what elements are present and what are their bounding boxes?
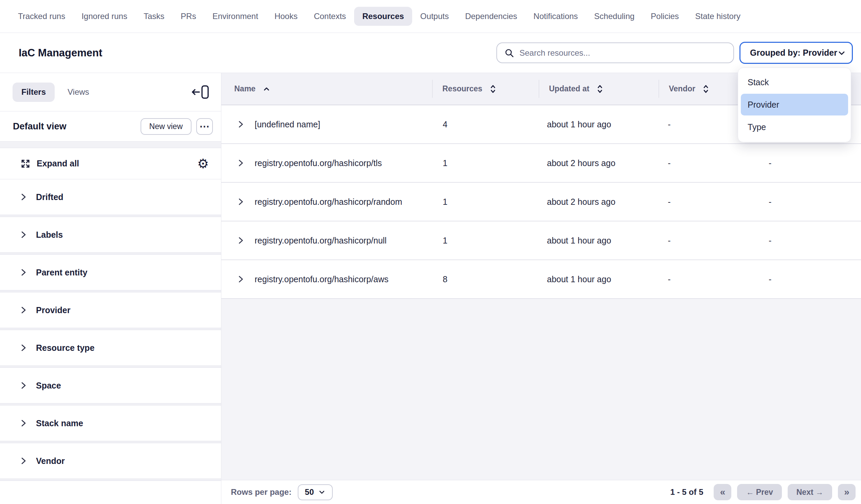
- group-by-menu-item[interactable]: Type: [741, 116, 848, 138]
- column-header-resources[interactable]: Resources: [432, 73, 539, 105]
- column-label: Name: [234, 84, 256, 93]
- sidebar-spacer: [0, 141, 221, 148]
- rows-per-page-label: Rows per page:: [231, 487, 292, 497]
- collapse-panel-icon: [190, 84, 210, 100]
- sort-both-icon: [597, 84, 603, 94]
- filter-section[interactable]: Vendor: [0, 443, 221, 479]
- row-expand-chevron-icon[interactable]: [237, 236, 244, 245]
- filter-section-label: Resource type: [36, 343, 94, 353]
- section-gap: [0, 479, 221, 481]
- search-box[interactable]: [496, 42, 734, 63]
- settings-gear-button[interactable]: ⚙: [197, 157, 209, 170]
- chevron-right-icon: [20, 381, 27, 390]
- prev-page-button[interactable]: ← Prev: [737, 484, 781, 500]
- nav-tab[interactable]: Resources: [354, 7, 412, 26]
- row-updated-at: about 2 hours ago: [539, 158, 659, 168]
- sort-both-icon: [703, 84, 709, 94]
- search-icon: [505, 48, 514, 58]
- row-updated-at: about 1 hour ago: [539, 274, 659, 284]
- nav-tab[interactable]: Outputs: [412, 7, 457, 26]
- group-by-menu: StackProviderType: [738, 68, 851, 142]
- column-header-name[interactable]: Name: [221, 73, 432, 105]
- row-expand-chevron-icon[interactable]: [237, 120, 244, 129]
- row-expand-chevron-icon[interactable]: [237, 275, 244, 284]
- column-label: Vendor: [669, 84, 695, 93]
- row-extra: -: [766, 274, 861, 284]
- nav-tab[interactable]: Tracked runs: [10, 7, 73, 26]
- filter-section[interactable]: Resource type: [0, 330, 221, 366]
- view-row: Default view New view ⋯: [0, 111, 221, 141]
- sidebar-tabs-row: FiltersViews: [0, 73, 221, 111]
- filter-section-label: Vendor: [36, 456, 65, 466]
- row-resources-count: 1: [432, 197, 539, 207]
- row-extra: -: [766, 197, 861, 207]
- nav-tab[interactable]: Contexts: [305, 7, 354, 26]
- nav-tab[interactable]: Hooks: [266, 7, 305, 26]
- chevron-right-icon: [20, 343, 27, 352]
- nav-tab[interactable]: Environment: [204, 7, 266, 26]
- sidebar-tab[interactable]: Views: [59, 83, 98, 102]
- row-expand-chevron-icon[interactable]: [237, 159, 244, 167]
- nav-tab[interactable]: Tasks: [135, 7, 173, 26]
- nav-tab[interactable]: Policies: [643, 7, 687, 26]
- row-vendor: -: [659, 274, 766, 284]
- next-page-button[interactable]: Next →: [788, 484, 832, 500]
- collapse-sidebar-button[interactable]: [190, 84, 210, 100]
- expand-all-icon: [20, 159, 30, 169]
- filter-section[interactable]: Drifted: [0, 179, 221, 215]
- chevron-right-icon: [20, 457, 27, 465]
- filter-section-label: Labels: [36, 230, 63, 240]
- filter-section[interactable]: Stack name: [0, 406, 221, 441]
- filter-section[interactable]: Provider: [0, 292, 221, 328]
- nav-tab[interactable]: Dependencies: [457, 7, 525, 26]
- nav-tab[interactable]: Ignored runs: [73, 7, 135, 26]
- filter-section[interactable]: Labels: [0, 217, 221, 253]
- row-expand-chevron-icon[interactable]: [237, 197, 244, 206]
- row-name: registry.opentofu.org/hashicorp/random: [255, 197, 402, 207]
- table-row[interactable]: registry.opentofu.org/hashicorp/null 1 a…: [221, 221, 861, 260]
- header-controls: Grouped by: Provider: [496, 42, 853, 64]
- filter-section[interactable]: Parent entity: [0, 255, 221, 290]
- first-page-button[interactable]: «: [714, 484, 731, 500]
- chevron-right-icon: [20, 268, 27, 277]
- table-row[interactable]: registry.opentofu.org/hashicorp/tls 1 ab…: [221, 144, 861, 183]
- filter-section-label: Provider: [36, 305, 70, 315]
- nav-tab[interactable]: Notifications: [525, 7, 586, 26]
- filter-section[interactable]: Space: [0, 368, 221, 404]
- row-extra: -: [766, 158, 861, 168]
- table-footer: Rows per page: 50 1 - 5 of 5 « ← Prev Ne…: [221, 480, 861, 504]
- more-options-button[interactable]: ⋯: [196, 118, 213, 135]
- grouped-by-button[interactable]: Grouped by: Provider: [739, 42, 853, 64]
- table-row[interactable]: registry.opentofu.org/hashicorp/random 1…: [221, 183, 861, 221]
- chevron-right-icon: [20, 193, 27, 201]
- search-input[interactable]: [519, 48, 726, 58]
- chevron-right-icon: [20, 230, 27, 239]
- group-by-menu-item[interactable]: Stack: [741, 71, 848, 93]
- last-page-button[interactable]: »: [838, 484, 856, 500]
- expand-all-button[interactable]: Expand all: [20, 159, 79, 169]
- expand-all-row: Expand all ⚙: [0, 148, 221, 179]
- sort-asc-icon: [263, 86, 270, 91]
- page-title: IaC Management: [19, 47, 102, 59]
- row-name: [undefined name]: [255, 120, 320, 130]
- row-updated-at: about 1 hour ago: [539, 120, 659, 130]
- new-view-button[interactable]: New view: [140, 118, 191, 135]
- rows-per-page-select[interactable]: 50: [298, 484, 333, 500]
- nav-tab[interactable]: PRs: [173, 7, 204, 26]
- group-by-menu-item[interactable]: Provider: [741, 94, 848, 115]
- chevron-down-icon: [837, 49, 846, 57]
- row-resources-count: 1: [432, 158, 539, 168]
- row-resources-count: 8: [432, 274, 539, 284]
- nav-tab[interactable]: Scheduling: [586, 7, 643, 26]
- row-name: registry.opentofu.org/hashicorp/aws: [255, 274, 388, 284]
- filter-section-label: Space: [36, 381, 61, 391]
- page-header: IaC Management Grouped by: Provider: [0, 33, 861, 73]
- filters-sidebar: FiltersViews Default view New view ⋯: [0, 73, 221, 504]
- nav-tab[interactable]: State history: [687, 7, 749, 26]
- row-vendor: -: [659, 236, 766, 246]
- sidebar-tab[interactable]: Filters: [13, 83, 55, 102]
- expand-all-label: Expand all: [37, 159, 79, 168]
- table-row[interactable]: registry.opentofu.org/hashicorp/aws 8 ab…: [221, 260, 861, 299]
- pagination-range: 1 - 5 of 5: [670, 487, 703, 497]
- column-header-updated-at[interactable]: Updated at: [539, 73, 659, 105]
